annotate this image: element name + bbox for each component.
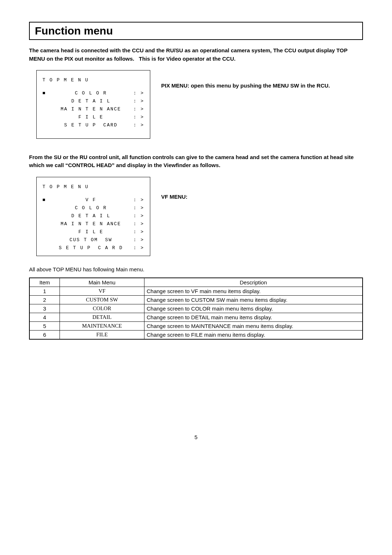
menu-bullet <box>42 121 48 129</box>
menu-bullet: ■ <box>42 89 48 97</box>
menu-bullet <box>42 113 48 121</box>
page-title: Function menu <box>35 25 357 37</box>
menu-bullet <box>42 244 48 252</box>
table-row: 3 COLOR Change screen to COLOR main menu… <box>29 304 363 313</box>
cell-desc: Change screen to MAINTENANCE main menu i… <box>144 322 363 331</box>
table-row: 2 CUSTOM SW Change screen to CUSTOM SW m… <box>29 296 363 304</box>
menu-suffix: : > <box>134 244 144 252</box>
menu-bullet <box>42 204 48 212</box>
menu-bullet <box>42 212 48 220</box>
pix-menu-box: T O P M E N U ■C O L O R: > D E T A I L:… <box>36 70 150 139</box>
cell-menu: VF <box>60 287 144 296</box>
menu-suffix: : > <box>134 113 144 121</box>
menu-bullet: ■ <box>42 196 48 204</box>
vf-side-text: VF MENU: <box>161 177 188 201</box>
menu-item: D E T A I L: > <box>42 97 144 105</box>
below-text: All above TOP MENU has following Main me… <box>29 266 363 272</box>
pix-menu-row: T O P M E N U ■C O L O R: > D E T A I L:… <box>29 70 363 139</box>
cell-item: 6 <box>29 331 60 340</box>
menu-label: V F <box>86 196 96 204</box>
cell-menu: CUSTOM SW <box>60 296 144 304</box>
cell-desc: Change screen to DETAIL main menu items … <box>144 313 363 322</box>
pix-menu-title: T O P M E N U <box>42 76 144 84</box>
th-desc: Description <box>144 278 363 287</box>
table-row: 6 FILE Change screen to FILE main menu i… <box>29 331 363 340</box>
cell-desc: Change screen to FILE main menu items di… <box>144 331 363 340</box>
th-menu: Main Menu <box>60 278 144 287</box>
menu-suffix: : > <box>134 121 144 129</box>
menu-bullet <box>42 220 48 228</box>
menu-item: CUS T OM SW: > <box>42 236 144 244</box>
menu-suffix: : > <box>134 220 144 228</box>
vf-menu-title: T O P M E N U <box>42 183 144 191</box>
menu-label: MA I N T E N ANCE <box>61 220 121 228</box>
menu-label: S E T U P CARD <box>64 121 118 129</box>
cell-item: 1 <box>29 287 60 296</box>
table-row: 5 MAINTENANCE Change screen to MAINTENAN… <box>29 322 363 331</box>
mid-paragraph: From the SU or the RU control unit, all … <box>29 153 363 170</box>
menu-suffix: : > <box>134 196 144 204</box>
menu-label: C O L O R <box>75 204 107 212</box>
pix-side-text: PIX MENU: open this menu by pushing the … <box>161 70 330 90</box>
menu-bullet <box>42 236 48 244</box>
menu-suffix: : > <box>134 228 144 236</box>
menu-suffix: : > <box>134 212 144 220</box>
menu-label: CUS T OM SW <box>69 236 112 244</box>
cell-menu: COLOR <box>60 304 144 313</box>
menu-item: ■C O L O R: > <box>42 89 144 97</box>
table-row: 4 DETAIL Change screen to DETAIL main me… <box>29 313 363 322</box>
cell-desc: Change screen to COLOR main menu items d… <box>144 304 363 313</box>
menu-item: C O L O R: > <box>42 204 144 212</box>
cell-desc: Change screen to CUSTOM SW main menu ite… <box>144 296 363 304</box>
menu-item: S E T U P CARD: > <box>42 121 144 129</box>
menu-bullet <box>42 105 48 113</box>
table-header-row: Item Main Menu Description <box>29 278 363 287</box>
cell-item: 5 <box>29 322 60 331</box>
menu-bullet <box>42 228 48 236</box>
vf-menu-box: T O P M E N U ■V F: > C O L O R: > D E T… <box>36 177 150 256</box>
menu-label: D E T A I L <box>71 212 110 220</box>
cell-menu: DETAIL <box>60 313 144 322</box>
cell-desc: Change screen to VF main menu items disp… <box>144 287 363 296</box>
menu-item: ■V F: > <box>42 196 144 204</box>
menu-label: D E T A I L <box>71 97 110 105</box>
menu-suffix: : > <box>134 236 144 244</box>
page-number: 5 <box>29 434 363 440</box>
menu-suffix: : > <box>134 97 144 105</box>
table-row: 1 VF Change screen to VF main menu items… <box>29 287 363 296</box>
intro-paragraph: The camera head is connected with the CC… <box>29 46 363 63</box>
menu-suffix: : > <box>134 204 144 212</box>
menu-label: F I L E <box>78 228 103 236</box>
menu-label: F I L E <box>78 113 103 121</box>
menu-suffix: : > <box>134 105 144 113</box>
menu-suffix: : > <box>134 89 144 97</box>
cell-menu: FILE <box>60 331 144 340</box>
cell-item: 2 <box>29 296 60 304</box>
menu-label: S E T U P C A R D <box>59 244 123 252</box>
menu-item: MA I N T E N ANCE: > <box>42 220 144 228</box>
menu-label: MA I N T E N ANCE <box>61 105 121 113</box>
menu-item: MA I N T E N ANCE: > <box>42 105 144 113</box>
menu-item: D E T A I L: > <box>42 212 144 220</box>
menu-item: S E T U P C A R D: > <box>42 244 144 252</box>
menu-item: F I L E: > <box>42 113 144 121</box>
th-item: Item <box>29 278 60 287</box>
cell-item: 3 <box>29 304 60 313</box>
cell-item: 4 <box>29 313 60 322</box>
menu-item: F I L E: > <box>42 228 144 236</box>
cell-menu: MAINTENANCE <box>60 322 144 331</box>
title-box: Function menu <box>29 22 363 40</box>
vf-menu-row: T O P M E N U ■V F: > C O L O R: > D E T… <box>29 177 363 256</box>
menu-bullet <box>42 97 48 105</box>
main-menu-table: Item Main Menu Description 1 VF Change s… <box>29 278 363 340</box>
menu-label: C O L O R <box>75 89 107 97</box>
